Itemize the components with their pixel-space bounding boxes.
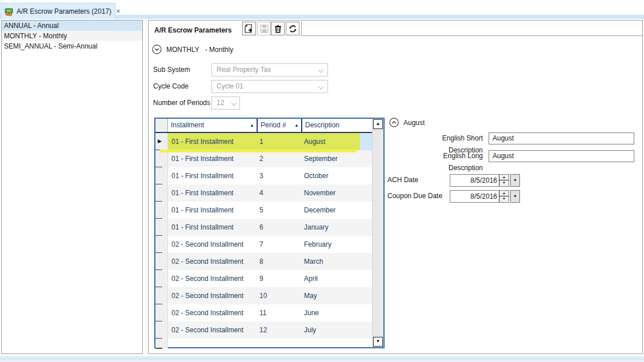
cell-period: 9 (257, 270, 301, 287)
current-row-indicator-icon: ▶ (158, 138, 162, 144)
cell-description: March (301, 253, 371, 270)
cell-description: October (301, 167, 371, 184)
section-name: - Monthly (205, 46, 233, 54)
table-row[interactable]: 01 - First Installment 5 December (155, 202, 372, 219)
row-selector-cell[interactable] (155, 236, 168, 253)
table-row[interactable]: 02 - Second Installment 12 July (155, 321, 372, 339)
coupon-due-date-dropdown-button[interactable]: ▼ (510, 190, 520, 203)
cell-period: 1 (257, 133, 301, 150)
delete-button[interactable] (271, 22, 285, 35)
spin-up-icon[interactable]: ▲ (499, 191, 509, 196)
cell-period: 12 (257, 321, 301, 339)
spin-down-icon[interactable]: ▼ (499, 196, 509, 202)
subsystem-select: Real Property Tax (211, 63, 328, 77)
row-selector-cell[interactable] (155, 150, 168, 167)
number-of-periods-select: 12 (211, 96, 240, 110)
dropdown-chevron-icon (318, 84, 324, 90)
scroll-down-button[interactable]: ▼ (373, 337, 383, 347)
periods-grid: Installment ▲ Period # ▲ Description (154, 118, 385, 348)
list-item-monthly[interactable]: MONTHLY - Monthly (2, 31, 142, 41)
close-icon[interactable]: × (116, 7, 121, 15)
table-row-selected[interactable]: ▶ 01 - First Installment 1 August (155, 133, 372, 150)
delete-icon (274, 25, 282, 33)
schedule-list: ANNUAL - Annual MONTHLY - Monthly SEMI_A… (1, 20, 143, 354)
table-row[interactable]: 02 - Second Installment 11 June (155, 304, 372, 321)
highlight-overlay-tail (160, 150, 357, 152)
cell-installment: 02 - Second Installment (168, 236, 257, 253)
coupon-due-date-label: Coupon Due Date (387, 190, 447, 202)
table-row[interactable]: 01 - First Installment 3 October (155, 167, 372, 184)
row-selector-cell[interactable]: ▶ (155, 133, 168, 150)
row-selector-cell[interactable] (155, 184, 168, 202)
table-row[interactable]: 01 - First Installment 2 September (155, 150, 372, 167)
cell-installment: 02 - Second Installment (168, 321, 257, 339)
ach-date-dropdown-button[interactable]: ▼ (510, 174, 520, 187)
coupon-due-date-spinner[interactable]: ▲ ▼ (499, 191, 509, 202)
list-item-annual[interactable]: ANNUAL - Annual (2, 21, 142, 31)
save-icon (260, 25, 269, 33)
ach-date-spinner[interactable]: ▲ ▼ (499, 175, 509, 186)
table-row[interactable]: 01 - First Installment 4 November (155, 184, 372, 202)
table-row[interactable]: 02 - Second Installment 8 March (155, 253, 372, 270)
ach-date-value: 8/5/2016 (470, 175, 497, 186)
row-selector-cell[interactable] (155, 167, 168, 184)
spin-up-icon[interactable]: ▲ (499, 175, 509, 180)
subsystem-label: Sub System (153, 63, 190, 77)
row-selector-cell[interactable] (155, 219, 168, 236)
spin-down-icon[interactable]: ▼ (499, 180, 509, 186)
column-label: Description (305, 119, 339, 131)
save-button (257, 22, 271, 35)
column-label: Period # (261, 119, 286, 131)
short-description-input[interactable]: August (489, 132, 634, 144)
cell-installment: 02 - Second Installment (168, 253, 257, 270)
dropdown-arrow-icon: ▼ (513, 178, 517, 182)
scroll-up-icon: ▲ (376, 121, 381, 126)
dropdown-chevron-icon (318, 67, 324, 73)
table-row[interactable]: 02 - Second Installment 10 May (155, 287, 372, 304)
scroll-down-icon: ▼ (376, 339, 381, 344)
new-record-icon (245, 24, 254, 33)
section-header-monthly: MONTHLY - Monthly (152, 45, 233, 54)
table-row[interactable]: 02 - Second Installment 7 February (155, 236, 372, 253)
collapse-chevron-up-icon[interactable] (389, 118, 399, 127)
short-description-label: English Short Description (410, 132, 483, 144)
number-of-periods-label: Number of Periods (153, 96, 210, 110)
detail-title: August (403, 119, 425, 127)
row-selector-cell[interactable] (155, 270, 168, 287)
status-band (0, 356, 644, 360)
row-selector-cell[interactable] (155, 304, 168, 321)
cell-period: 2 (257, 150, 301, 167)
cell-installment: 01 - First Installment (168, 150, 257, 167)
refresh-icon (289, 25, 297, 33)
column-header-installment[interactable]: Installment ▲ (168, 119, 257, 132)
table-row[interactable]: 02 - Second Installment 9 April (155, 270, 372, 287)
vertical-scrollbar[interactable]: ▲ ▼ (372, 119, 383, 347)
table-row[interactable]: 01 - First Installment 6 January (155, 219, 372, 236)
ach-date-label: ACH Date (387, 174, 445, 186)
cell-description: August (301, 133, 371, 150)
app-icon (5, 7, 14, 16)
cell-installment: 01 - First Installment (168, 184, 257, 202)
list-item-semi-annual[interactable]: SEMI_ANNUAL - Semi-Annual (2, 41, 142, 51)
scroll-up-button[interactable]: ▲ (373, 119, 383, 129)
long-description-input[interactable]: August (489, 150, 634, 162)
main-panel: A/R Escrow Parameters (148, 20, 643, 354)
collapse-chevron-down-icon[interactable] (152, 45, 162, 54)
document-tab[interactable]: A/R Escrow Parameters (2017) × (1, 3, 115, 19)
ach-date-input[interactable]: 8/5/2016 ▲ ▼ (450, 174, 509, 187)
cell-installment: 01 - First Installment (168, 133, 257, 150)
coupon-due-date-input[interactable]: 8/5/2016 ▲ ▼ (450, 190, 509, 203)
cell-installment: 01 - First Installment (168, 219, 257, 236)
refresh-button[interactable] (286, 22, 299, 35)
column-header-description[interactable]: Description (301, 119, 371, 132)
column-header-period[interactable]: Period # ▲ (257, 119, 301, 132)
cell-period: 3 (257, 167, 301, 184)
row-selector-cell[interactable] (155, 287, 168, 304)
cell-description: February (301, 236, 371, 253)
row-selector-cell[interactable] (155, 321, 168, 339)
panel-tab-label[interactable]: A/R Escrow Parameters (154, 24, 231, 37)
cell-description: April (301, 270, 371, 287)
new-record-button[interactable] (242, 22, 256, 35)
row-selector-cell[interactable] (155, 202, 168, 219)
row-selector-cell[interactable] (155, 253, 168, 270)
